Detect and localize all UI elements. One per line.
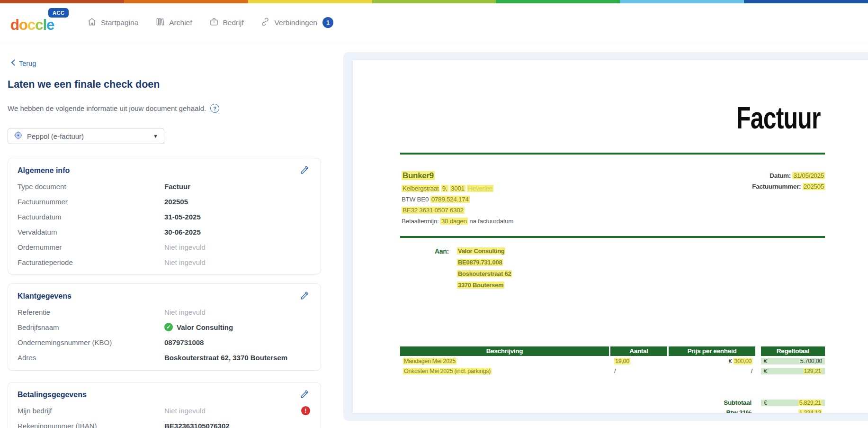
cell-unit-price: € 300,00 (669, 358, 755, 364)
gradient-segment (496, 0, 620, 3)
invoice-subtotal-row: Subtotaal €5.829,21 (400, 398, 825, 408)
check-circle-icon: ✓ (164, 323, 173, 331)
vat-value-cell: 1.224,12 (761, 410, 825, 413)
card-rows: Type document Factuur Factuurnummer 2025… (18, 179, 311, 270)
navbar: doccle ACC Startpagina Archief Bedrijf V… (0, 3, 868, 42)
nav-item-archief[interactable]: Archief (155, 17, 192, 28)
recipient-city: 3370 Boutersem (457, 282, 512, 289)
field-label: Ondernemingsnummer (KBO) (18, 338, 164, 346)
supplier-payment-terms: Betaaltermijn: 30 dagen na factuurdatum (402, 218, 513, 225)
chevron-down-icon: ▼ (153, 133, 158, 139)
field-row: Adres Boskouterstraat 62, 3370 Boutersem (18, 350, 311, 365)
doccle-logo-text: doccle (10, 17, 54, 34)
field-label: Mijn bedrijf (18, 407, 164, 415)
doccle-logo[interactable]: doccle ACC (10, 9, 67, 36)
card-algemene-info: Algemene info Type document Factuur Fact… (8, 158, 321, 274)
page-subtitle: We hebben de volgende informatie uit jou… (8, 104, 219, 113)
gradient-segment (372, 0, 496, 3)
nav-item-label: Archief (169, 18, 192, 27)
divider (400, 236, 825, 238)
supplier-address: Keibergstraat 9, 3001 Heverlee (402, 185, 493, 192)
field-row: Rekeningnummer (IBAN) BE32363105076302 (18, 418, 311, 428)
field-value: 202505 (164, 198, 188, 206)
page-subtitle-text: We hebben de volgende informatie uit jou… (8, 104, 206, 112)
supplier-name: Bunker9 (402, 171, 435, 181)
pencil-icon[interactable] (300, 165, 310, 176)
card-klantgegevens: Klantgegevens Referentie Niet ingevuld B… (8, 283, 321, 371)
invoice-meta: Datum: 31/05/2025 Factuurnummer: 202505 (752, 172, 825, 194)
field-value: 31-05-2025 (164, 213, 201, 221)
field-label: Ordernummer (18, 243, 164, 251)
field-row: Vervaldatum 30-06-2025 (18, 224, 311, 239)
doc-type-select[interactable]: Peppol (e-factuur) ▼ (8, 128, 164, 144)
field-value: 0879731008 (164, 338, 204, 346)
back-link-label: Terug (19, 60, 36, 67)
field-value: Niet ingevuld (164, 258, 206, 266)
gradient-segment (744, 0, 868, 3)
cell-line-total: €129,21 (761, 368, 825, 374)
invoice-table-header: Beschrijving Aantal Prijs per eenheid Re… (400, 346, 825, 356)
field-label: Rekeningnummer (IBAN) (18, 422, 164, 428)
field-row: Bedrijfsnaam ✓ Valor Consulting (18, 319, 311, 335)
recipient-label: Aan: (435, 247, 449, 255)
field-value: 30-06-2025 (164, 228, 201, 236)
card-rows: Mijn bedrijf Niet ingevuld ! Rekeningnum… (18, 403, 311, 428)
field-label: Vervaldatum (18, 228, 164, 236)
archive-icon (155, 17, 165, 28)
nav-item-verbindingen[interactable]: Verbindingen 1 (260, 17, 333, 28)
invoice-page: Factuur Bunker9 Keibergstraat 9, 3001 He… (353, 60, 868, 413)
gradient-segment (0, 0, 124, 3)
link-icon (260, 17, 270, 28)
field-value: Factuur (164, 182, 190, 191)
nav-item-bedrijf[interactable]: Bedrijf (209, 17, 244, 28)
nav-items: Startpagina Archief Bedrijf Verbindingen… (87, 17, 333, 28)
column-header: Regeltotaal (761, 346, 825, 356)
subtotal-value-cell: €5.829,21 (761, 400, 825, 406)
acc-environment-badge: ACC (48, 8, 69, 18)
invoice-table-row: Mandagen Mei 2025 19,00 € 300,00 €5.700,… (400, 356, 825, 366)
invoice-table-empty-row (400, 388, 825, 398)
pencil-icon[interactable] (300, 291, 310, 301)
invoice-vat-row: Btw 21% 1.224,12 (400, 408, 825, 413)
field-label: Factuurdatum (18, 213, 164, 221)
field-row: Referentie Niet ingevuld (18, 304, 311, 319)
field-value: Boskouterstraat 62, 3370 Boutersem (164, 354, 287, 362)
invoice-table: Beschrijving Aantal Prijs per eenheid Re… (400, 346, 825, 413)
field-label: Facturatieperiode (18, 258, 164, 266)
briefcase-icon (209, 17, 219, 28)
subtotal-label: Subtotaal (400, 399, 755, 406)
card-title: Betalingsgegevens (18, 391, 311, 399)
recipient-street: Boskouterstraat 62 (457, 270, 512, 277)
invoice-date: Datum: 31/05/2025 (752, 172, 825, 179)
supplier-vat: BTW BE0 0789.524.174 (402, 196, 470, 203)
recipient-name: Valor Consulting (457, 247, 512, 255)
help-icon[interactable]: ? (210, 104, 219, 113)
cell-qty: 19,00 (610, 358, 667, 364)
peppol-icon (14, 131, 23, 142)
invoice-table-empty-row (400, 377, 825, 387)
cell-unit-price: / (669, 368, 755, 374)
nav-item-startpagina[interactable]: Startpagina (87, 17, 138, 28)
divider (400, 153, 825, 155)
field-label: Factuurnummer (18, 198, 164, 206)
field-label: Type document (18, 182, 164, 191)
gradient-segment (620, 0, 744, 3)
invoice-preview-panel[interactable]: Factuur Bunker9 Keibergstraat 9, 3001 He… (343, 52, 868, 421)
nav-item-label: Verbindingen (274, 18, 317, 27)
cell-qty: / (610, 368, 667, 374)
field-label: Bedrijfsnaam (18, 323, 164, 331)
card-title: Klantgegevens (18, 292, 311, 301)
invoice-number: Factuurnummer: 202505 (752, 183, 825, 190)
field-value: Niet ingevuld (164, 407, 206, 415)
field-value: BE32363105076302 (164, 422, 230, 428)
pencil-icon[interactable] (300, 390, 310, 400)
field-value: Niet ingevuld (164, 308, 206, 316)
error-icon: ! (301, 406, 310, 415)
recipient-vat: BE0879.731.008 (457, 259, 512, 266)
column-header: Beschrijving (400, 346, 609, 356)
page-title: Laten we een finale check doen (8, 79, 160, 91)
nav-item-label: Startpagina (101, 18, 138, 27)
field-row: Mijn bedrijf Niet ingevuld ! (18, 403, 311, 418)
back-link[interactable]: Terug (10, 59, 36, 67)
gradient-segment (124, 0, 248, 3)
